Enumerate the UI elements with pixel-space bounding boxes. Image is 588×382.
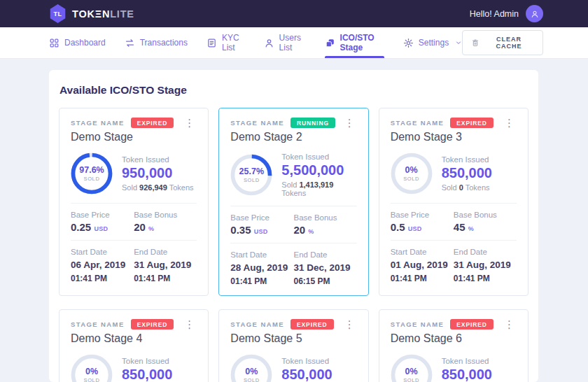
card-menu-button[interactable]: ⋮	[182, 118, 197, 128]
bonus-number: 20	[294, 224, 306, 236]
transfer-arrows-icon	[125, 38, 135, 48]
tab-label: Dashboard	[64, 38, 106, 48]
stage-title: Demo Stage 2	[230, 131, 356, 143]
stage-panel: Available ICO/STO Stage STAGE NAME EXPIR…	[49, 70, 538, 382]
bonus-unit: %	[308, 228, 314, 235]
sold-percent: 0%	[245, 367, 258, 376]
base-bonus-label: Base Bonus	[134, 211, 197, 219]
price-number: 0.5	[391, 221, 405, 233]
stage-name-label: STAGE NAME	[230, 320, 284, 328]
price-number: 0.35	[230, 224, 251, 236]
bonus-number: 20	[134, 221, 146, 233]
clear-cache-button[interactable]: CLEAR CACHE	[462, 30, 543, 55]
tab-dashboard[interactable]: Dashboard	[49, 27, 106, 58]
sold-percent: 97.6%	[79, 165, 104, 175]
greeting-text: Hello! Admin	[470, 9, 519, 19]
stage-title: Demo Stage 6	[391, 332, 517, 345]
sold-word: Sold	[122, 183, 137, 192]
token-issued-value: 950,000	[122, 165, 194, 181]
stage-title: Demo Stage 4	[71, 332, 197, 345]
tab-label: ICO/STO Stage	[340, 33, 384, 52]
token-issued-label: Token Issued	[122, 155, 194, 164]
brand-name: TOKΞNLITE	[72, 8, 134, 20]
sold-tokens-line: Sold 0 Tokens	[442, 183, 492, 192]
status-badge: EXPIRED	[290, 319, 334, 330]
status-badge: RUNNING	[290, 118, 335, 128]
brand-bold-part: TOKΞN	[72, 8, 110, 20]
stage-card: STAGE NAME EXPIRED ⋮ Demo Stage 6 0%SOLD…	[379, 309, 528, 382]
page-title: Available ICO/STO Stage	[59, 84, 528, 97]
stage-name-label: STAGE NAME	[230, 119, 284, 127]
card-menu-button[interactable]: ⋮	[502, 319, 517, 330]
base-price-label: Base Price	[71, 211, 134, 219]
sold-progress-ring: 0%SOLD	[230, 354, 272, 382]
end-date-label: End Date	[454, 248, 517, 256]
token-issued-label: Token Issued	[442, 155, 492, 164]
stage-name-label: STAGE NAME	[71, 320, 125, 328]
start-time: 01:41 PM	[230, 276, 267, 286]
stage-title: Demo Stage 3	[391, 131, 517, 143]
chevron-down-icon	[455, 39, 462, 46]
bonus-number: 45	[454, 221, 465, 233]
tab-transactions[interactable]: Transactions	[125, 27, 188, 58]
base-bonus-label: Base Bonus	[294, 213, 357, 222]
sold-tokens-line: Sold 1,413,919 Tokens	[281, 181, 356, 197]
sold-tokens-value: 926,949	[139, 183, 167, 192]
user-avatar[interactable]	[526, 5, 543, 22]
bonus-unit: %	[148, 225, 154, 232]
base-price-value: 0.25 USD	[71, 221, 134, 233]
document-list-icon	[206, 38, 217, 48]
sold-caption: SOLD	[403, 176, 419, 182]
sold-percent: 0%	[405, 165, 418, 175]
stage-card: STAGE NAME EXPIRED ⋮ Demo Stage 4 0%SOLD…	[59, 309, 209, 382]
base-bonus-label: Base Bonus	[454, 211, 517, 219]
tab-ico-sto-stage[interactable]: ICO/STO Stage	[325, 27, 384, 58]
sold-progress-ring: 0%SOLD	[391, 153, 433, 194]
token-issued-value: 850,000	[122, 367, 172, 382]
cube-icon	[325, 38, 335, 48]
base-price-label: Base Price	[391, 211, 454, 219]
stage-title: Demo Stage 5	[230, 332, 356, 345]
tab-kyc-list[interactable]: KYC List	[206, 27, 245, 58]
start-time: 01:41 PM	[391, 274, 427, 283]
card-menu-button[interactable]: ⋮	[342, 319, 357, 330]
sold-caption: SOLD	[403, 377, 419, 382]
grid-icon	[49, 38, 59, 48]
stage-name-label: STAGE NAME	[391, 320, 444, 328]
start-date-label: Start Date	[230, 250, 293, 259]
tab-settings[interactable]: Settings	[403, 27, 462, 58]
token-issued-label: Token Issued	[122, 357, 172, 365]
token-issued-value: 850,000	[442, 367, 492, 382]
status-badge: EXPIRED	[131, 118, 174, 128]
token-issued-label: Token Issued	[281, 153, 356, 161]
base-bonus-value: 45 %	[454, 221, 517, 233]
card-menu-button[interactable]: ⋮	[182, 319, 197, 330]
card-menu-button[interactable]: ⋮	[342, 118, 357, 128]
start-time: 01:41 PM	[71, 274, 107, 283]
sold-progress-ring: 0%SOLD	[71, 354, 113, 382]
status-badge: EXPIRED	[450, 118, 493, 128]
base-price-label: Base Price	[230, 213, 293, 222]
end-time: 01:41 PM	[454, 274, 490, 283]
tab-users-list[interactable]: Users List	[264, 27, 306, 58]
token-issued-value: 850,000	[442, 165, 492, 181]
clear-cache-label: CLEAR CACHE	[484, 36, 533, 50]
tokenlite-hex-logo-icon: TL	[49, 4, 66, 23]
stage-card: STAGE NAME EXPIRED ⋮ Demo Stage 3 0%SOLD…	[379, 108, 528, 296]
status-badge: EXPIRED	[450, 319, 493, 330]
start-date-value: 01 Aug, 2019 01:41 PM	[391, 259, 449, 285]
end-date-value: 31 Dec, 2019 06:15 PM	[294, 262, 352, 288]
card-menu-button[interactable]: ⋮	[502, 118, 517, 128]
end-date-value: 31 Aug, 2019 01:41 PM	[134, 259, 192, 285]
sold-caption: SOLD	[244, 377, 260, 382]
sold-progress-ring: 25.7%SOLD	[230, 154, 272, 196]
main-content: Available ICO/STO Stage STAGE NAME EXPIR…	[0, 59, 588, 382]
status-badge: EXPIRED	[131, 319, 174, 330]
end-date-label: End Date	[134, 248, 197, 256]
start-date-label: Start Date	[391, 248, 454, 256]
user-icon	[264, 38, 274, 48]
sold-tokens-value: 1,413,919	[299, 181, 333, 189]
price-unit: USD	[408, 225, 422, 232]
brand-logo[interactable]: TL TOKΞNLITE	[49, 4, 134, 23]
tokens-word: Tokens	[465, 183, 490, 192]
